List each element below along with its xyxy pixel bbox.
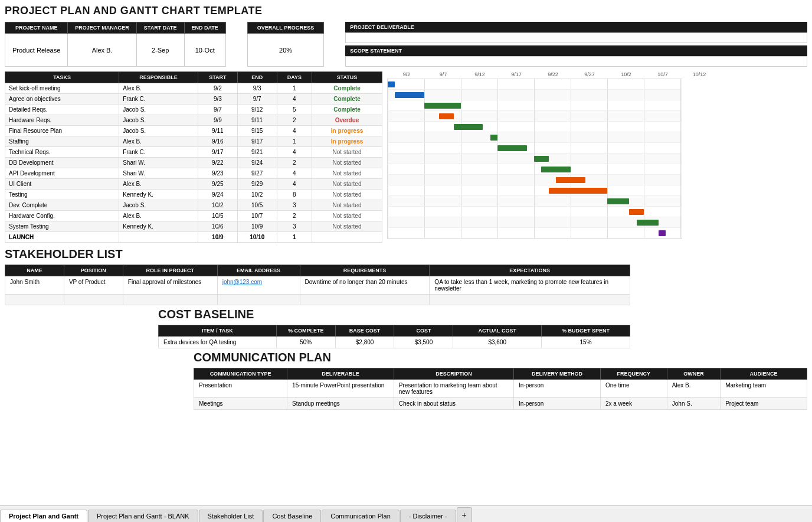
gantt-grid-line xyxy=(424,175,425,185)
comm-frequency-1: 2x a week xyxy=(600,398,667,410)
gantt-grid-line xyxy=(424,79,425,89)
gantt-date-4: 9/22 xyxy=(535,71,571,77)
task-responsible: Alex B. xyxy=(119,179,198,190)
cost-cost: $3,500 xyxy=(394,337,453,348)
task-status: Not started xyxy=(312,211,382,221)
sh-requirements: Downtime of no longer than 20 minutes xyxy=(300,276,430,295)
task-responsible: Jacob S. xyxy=(119,200,198,211)
task-responsible: Kennedy K. xyxy=(119,190,198,200)
stakeholder-table: NAME POSITION ROLE IN PROJECT EMAIL ADDR… xyxy=(5,265,630,305)
col-project-manager: PROJECT MANAGER xyxy=(68,22,137,34)
task-end: 9/21 xyxy=(237,147,277,158)
gantt-grid-line xyxy=(497,185,498,195)
stakeholder-section: STAKEHOLDER LIST NAME POSITION ROLE IN P… xyxy=(5,247,807,305)
gantt-grid-line xyxy=(607,154,608,164)
gantt-section: 9/2 9/7 9/12 9/17 9/22 9/27 10/2 10/7 10… xyxy=(387,71,807,243)
cost-col-budget-spent: % BUDGET SPENT xyxy=(542,325,630,337)
progress-table: OVERALL PROGRESS 20% xyxy=(247,22,324,67)
gantt-grid-line xyxy=(571,228,571,238)
sh-col-email: EMAIL ADDRESS xyxy=(217,265,300,276)
gantt-grid-line xyxy=(461,132,461,142)
gantt-grid-line xyxy=(424,143,425,153)
task-name: API Development xyxy=(5,168,119,179)
gantt-grid-line xyxy=(497,79,498,89)
gantt-grid-line xyxy=(644,90,644,100)
project-info-table: PROJECT NAME PROJECT MANAGER START DATE … xyxy=(5,22,226,67)
gantt-grid-line xyxy=(497,217,498,227)
gantt-grid-line xyxy=(461,217,461,227)
comm-description-0: Presentation to marketing team about new… xyxy=(394,380,513,398)
gantt-grid-line xyxy=(388,196,388,206)
comm-table: COMMUNICATION TYPE DELIVERABLE DESCRIPTI… xyxy=(194,368,807,410)
tab-add-button[interactable]: + xyxy=(457,507,472,522)
project-manager-value: Alex B. xyxy=(68,34,137,67)
scope-header: SCOPE STATEMENT xyxy=(345,45,807,56)
task-name: System Testing xyxy=(5,221,119,232)
comm-col-audience: AUDIENCE xyxy=(721,368,807,380)
gantt-grid-line xyxy=(607,164,608,174)
task-end: 10/9 xyxy=(237,221,277,232)
gantt-grid-line xyxy=(680,207,681,217)
tab-project-plan-blank[interactable]: Project Plan and Gantt - BLANK xyxy=(88,510,198,522)
task-start: 9/7 xyxy=(198,105,237,115)
gantt-grid-line xyxy=(534,90,535,100)
gantt-grid-line xyxy=(388,122,388,132)
gantt-row xyxy=(388,164,682,175)
tab-project-plan-gantt[interactable]: Project Plan and Gantt xyxy=(0,510,87,522)
task-start: 9/2 xyxy=(198,83,237,94)
gantt-grid-line xyxy=(424,122,425,132)
gantt-grid-line xyxy=(680,185,681,195)
sh-col-role: ROLE IN PROJECT xyxy=(123,265,217,276)
gantt-grid-line xyxy=(388,185,388,195)
gantt-grid-line xyxy=(680,228,681,238)
gantt-grid-line xyxy=(388,154,388,164)
cost-col-item: ITEM / TASK xyxy=(159,325,277,337)
task-name: Final Resource Plan xyxy=(5,126,119,136)
comm-deliverable-1: Standup meetings xyxy=(287,398,394,410)
gantt-bar xyxy=(637,220,659,226)
gantt-date-headers: 9/2 9/7 9/12 9/17 9/22 9/27 10/2 10/7 10… xyxy=(387,71,807,77)
task-start: 9/24 xyxy=(198,190,237,200)
gantt-grid-line xyxy=(388,217,388,227)
gantt-grid-line xyxy=(424,185,425,195)
comm-type-0: Presentation xyxy=(194,380,287,398)
gantt-row xyxy=(388,111,682,122)
gantt-grid-line xyxy=(571,90,571,100)
gantt-grid-line xyxy=(388,111,388,121)
comm-owner-0: Alex B. xyxy=(667,380,720,398)
gantt-grid-line xyxy=(534,164,535,174)
gantt-grid-line xyxy=(497,175,498,185)
tab-disclaimer[interactable]: - Disclaimer - xyxy=(400,510,456,522)
cost-title: COST BASELINE xyxy=(158,308,807,321)
task-responsible: Jacob S. xyxy=(119,115,198,126)
task-responsible: Kennedy K. xyxy=(119,221,198,232)
task-status: In progress xyxy=(312,136,382,147)
gantt-grid-line xyxy=(534,196,535,206)
task-name: Set kick-off meeting xyxy=(5,83,119,94)
gantt-grid-line xyxy=(680,100,681,110)
task-days: 1 xyxy=(277,136,312,147)
gantt-grid-line xyxy=(424,132,425,142)
task-end: 9/11 xyxy=(237,115,277,126)
gantt-grid-line xyxy=(461,111,461,121)
start-date-value: 2-Sep xyxy=(136,34,184,67)
gantt-grid-line xyxy=(607,185,608,195)
task-responsible: Shari W. xyxy=(119,158,198,168)
gantt-grid-line xyxy=(534,217,535,227)
gantt-grid-line xyxy=(461,79,461,89)
task-status: Not started xyxy=(312,158,382,168)
gantt-grid-line xyxy=(424,111,425,121)
tab-stakeholder-list[interactable]: Stakeholder List xyxy=(199,510,263,522)
task-end: 10/7 xyxy=(237,211,277,221)
gantt-grid-line xyxy=(644,228,644,238)
comm-method-0: In-person xyxy=(514,380,601,398)
gantt-grid-line xyxy=(388,100,388,110)
tab-communication-plan[interactable]: Communication Plan xyxy=(322,510,400,522)
gantt-row xyxy=(388,207,682,217)
task-name: DB Development xyxy=(5,158,119,168)
tab-cost-baseline[interactable]: Cost Baseline xyxy=(263,510,321,522)
tab-bar: Project Plan and Gantt Project Plan and … xyxy=(0,505,812,522)
gantt-grid-line xyxy=(644,207,644,217)
task-days: 1 xyxy=(277,83,312,94)
cost-section: COST BASELINE ITEM / TASK % COMPLETE BAS… xyxy=(158,308,807,348)
